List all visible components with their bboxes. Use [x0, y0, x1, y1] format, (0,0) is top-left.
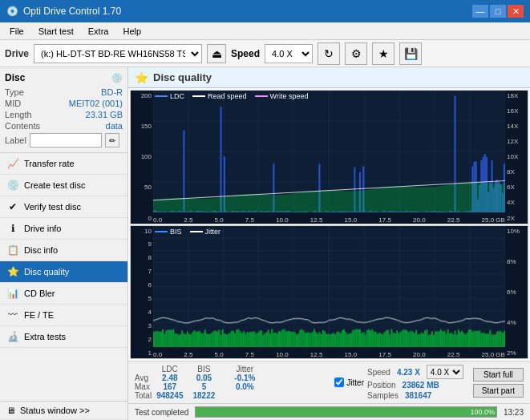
create-test-disc-icon: 💿	[6, 179, 19, 192]
x-17_5: 17.5	[378, 216, 391, 224]
fe-te-icon: 〰	[6, 309, 19, 321]
stats-row: LDC BIS Jitter Avg 2.48 0.05	[135, 365, 524, 400]
max-label: Max	[135, 382, 156, 391]
extra-tests-icon: 🔬	[6, 330, 19, 343]
sidebar-item-disc-info[interactable]: 📋 Disc info	[0, 240, 127, 261]
label-input[interactable]	[30, 133, 102, 147]
bis-legend-jitter-label: Jitter	[205, 228, 221, 236]
disc-contents-row: Contents data	[5, 120, 123, 131]
y-bis-2: 2	[132, 336, 152, 343]
avg-label: Avg	[135, 374, 156, 382]
ldc-y-axis-right: 18X 16X 14X 12X 10X 8X 6X 4X 2X	[505, 91, 528, 224]
y-label-100: 100	[132, 153, 152, 160]
content-header-icon: ⭐	[135, 71, 148, 84]
ldc-canvas	[153, 91, 505, 212]
refresh-button[interactable]: ↻	[318, 42, 340, 65]
status-window-label: Status window >>	[20, 406, 90, 415]
speed-row: Speed 4.23 X 4.0 X	[367, 365, 463, 379]
y-bis-9: 9	[132, 240, 152, 248]
menu-file[interactable]: File	[3, 25, 30, 38]
sidebar-item-drive-info[interactable]: ℹ Drive info	[0, 218, 127, 240]
jitter-checkbox-row: Jitter	[334, 378, 364, 387]
sidebar-item-transfer-rate[interactable]: 📈 Transfer rate	[0, 153, 127, 175]
start-full-button[interactable]: Start full	[473, 368, 524, 382]
bis-x-axis: 0.0 2.5 5.0 7.5 10.0 12.5 15.0 17.5 20.0…	[153, 351, 505, 358]
main-area: Disc 💿 Type BD-R MID MEIT02 (001) Length…	[0, 67, 530, 420]
speed-key: Speed	[367, 368, 390, 377]
ldc-legend: LDC Read speed Write speed	[155, 92, 308, 100]
start-part-button[interactable]: Start part	[473, 384, 524, 398]
y-right-12x: 12X	[507, 138, 526, 145]
settings-button[interactable]: ⚙	[345, 42, 367, 65]
bis-y-axis-left: 10 9 8 7 6 5 4 3 2 1	[131, 226, 153, 359]
y-bis-5: 5	[132, 295, 152, 302]
speed-stats: Speed 4.23 X 4.0 X Position 23862 MB Sam…	[367, 365, 463, 400]
avg-jitter: -0.1%	[234, 374, 265, 382]
ldc-x-axis: 0.0 2.5 5.0 7.5 10.0 12.5 15.0 17.5 20.0…	[153, 216, 505, 224]
sidebar-item-disc-quality[interactable]: ⭐ Disc quality	[0, 261, 127, 283]
col-jitter: Jitter	[234, 365, 265, 374]
y-label-50: 50	[132, 184, 152, 191]
menu-extra[interactable]: Extra	[82, 25, 115, 38]
disc-length-row: Length 23.31 GB	[5, 109, 123, 120]
minimize-button[interactable]: —	[472, 5, 488, 18]
avg-bis: 0.05	[193, 374, 225, 382]
bis-canvas	[153, 226, 505, 348]
disc-title: Disc	[5, 72, 25, 83]
menu-start-test[interactable]: Start test	[32, 25, 80, 38]
contents-label: Contents	[5, 121, 40, 131]
avg-ldc: 2.48	[156, 374, 192, 382]
content-area: ⭐ Disc quality LDC Read speed	[128, 67, 530, 420]
eject-button[interactable]: ⏏	[207, 44, 226, 63]
label-edit-button[interactable]: ✏	[105, 133, 119, 147]
jitter-checkbox[interactable]	[334, 378, 344, 387]
y-right-16x: 16X	[507, 107, 526, 115]
sidebar-item-extra-tests[interactable]: 🔬 Extra tests	[0, 326, 127, 348]
col-bis: BIS	[193, 365, 225, 374]
bx-10: 10.0	[276, 351, 289, 358]
sidebar-item-cd-bler[interactable]: 📊 CD Bler	[0, 283, 127, 305]
bx-5: 5.0	[215, 351, 224, 358]
save-button[interactable]: 💾	[399, 42, 422, 65]
speed-dropdown[interactable]: 4.0 X	[427, 365, 463, 379]
ldc-legend-ldc: LDC	[155, 92, 184, 100]
menu-help[interactable]: Help	[116, 25, 148, 38]
col-empty	[135, 365, 156, 374]
speed-select[interactable]: 4.0 X	[265, 44, 313, 63]
x-0: 0.0	[153, 216, 162, 224]
y-bis-1: 1	[132, 349, 152, 357]
disc-type-row: Type BD-R	[5, 87, 123, 98]
type-label: Type	[5, 87, 24, 97]
y-right-14x: 14X	[507, 123, 526, 130]
total-label: Total	[135, 391, 156, 400]
drive-toolbar: Drive (k:) HL-DT-ST BD-RE WH16NS58 TST4 …	[0, 40, 530, 67]
disc-header: Disc 💿	[5, 72, 123, 83]
sidebar: Disc 💿 Type BD-R MID MEIT02 (001) Length…	[0, 67, 128, 420]
drive-label: Drive	[5, 48, 29, 59]
sidebar-item-fe-te[interactable]: 〰 FE / TE	[0, 305, 127, 326]
drive-select[interactable]: (k:) HL-DT-ST BD-RE WH16NS58 TST4	[34, 44, 202, 63]
close-button[interactable]: ✕	[508, 5, 524, 18]
total-bis: 18222	[193, 391, 225, 400]
y-label-150: 150	[132, 123, 152, 130]
sidebar-label-fe-te: FE / TE	[24, 310, 54, 320]
y-bis-3: 3	[132, 322, 152, 329]
star-button[interactable]: ★	[372, 42, 394, 65]
sidebar-item-create-test-disc[interactable]: 💿 Create test disc	[0, 175, 127, 196]
max-jitter: 0.0%	[234, 382, 265, 391]
bis-color	[155, 231, 168, 232]
samples-row: Samples 381647	[367, 391, 463, 400]
bx-25: 25.0 GB	[482, 351, 505, 358]
disc-label-row: Label ✏	[5, 133, 123, 147]
max-bis: 5	[193, 382, 225, 391]
transfer-rate-icon: 📈	[6, 157, 19, 170]
menubar: File Start test Extra Help	[0, 22, 530, 40]
x-20: 20.0	[413, 216, 426, 224]
sidebar-label-extra-tests: Extra tests	[24, 332, 66, 341]
sidebar-item-verify-test-disc[interactable]: ✔ Verify test disc	[0, 196, 127, 218]
bx-2_5: 2.5	[184, 351, 192, 358]
bis-legend-jitter: Jitter	[190, 228, 221, 236]
y-right-4x: 4X	[507, 199, 526, 206]
maximize-button[interactable]: □	[490, 5, 506, 18]
status-window-item[interactable]: 🖥 Status window >>	[0, 402, 127, 420]
